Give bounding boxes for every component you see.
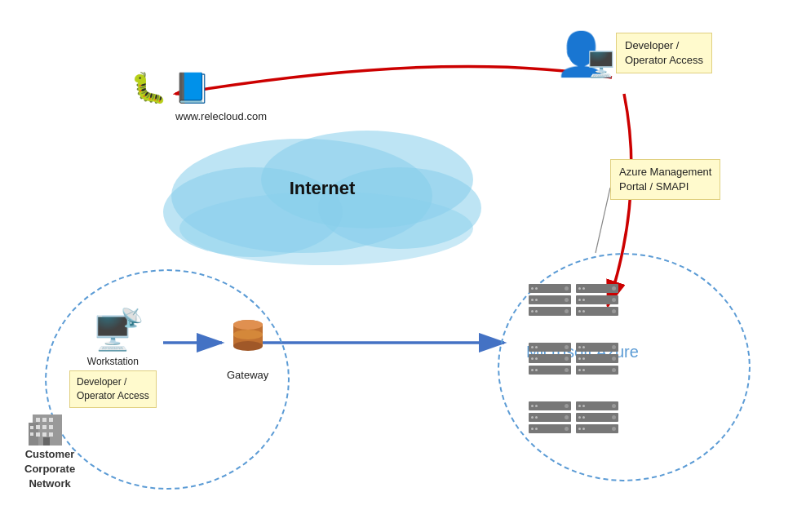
svg-point-14 xyxy=(233,330,263,339)
workstation-label: Workstation xyxy=(87,356,139,367)
svg-point-3 xyxy=(171,139,432,253)
svg-rect-22 xyxy=(42,425,46,429)
server-rack-group-1 xyxy=(529,284,618,316)
bug-book-icon: 🐛 📘 xyxy=(131,65,210,106)
workstation-area: 🖥️ 📡 Workstation Developer / Operator Ac… xyxy=(69,314,157,408)
svg-rect-24 xyxy=(36,432,40,437)
svg-rect-23 xyxy=(49,425,53,429)
svg-point-5 xyxy=(163,167,343,257)
relecloud-url-label: www.relecloud.com xyxy=(175,110,267,122)
dev-operator-top: 👤 🖥️ Developer / Operator Access xyxy=(555,33,712,75)
dev-operator-top-label: Developer / Operator Access xyxy=(616,33,712,73)
azure-mgmt-label: Azure Management Portal / SMAPI xyxy=(610,159,720,200)
svg-point-7 xyxy=(179,192,473,265)
svg-point-13 xyxy=(233,341,263,351)
svg-point-15 xyxy=(233,320,263,330)
svg-rect-18 xyxy=(36,418,40,422)
server-rack-group-2 xyxy=(529,343,618,375)
svg-rect-25 xyxy=(42,432,46,437)
svg-rect-19 xyxy=(42,418,46,422)
svg-rect-29 xyxy=(43,437,50,446)
gateway-area: Gateway xyxy=(227,318,268,381)
dev-operator-bottom-label: Developer / Operator Access xyxy=(69,370,157,408)
svg-rect-21 xyxy=(36,425,40,429)
server-rack-group-3 xyxy=(529,401,618,433)
gateway-icon xyxy=(230,318,266,367)
svg-line-10 xyxy=(596,188,610,253)
dev-person-icon: 👤 🖥️ xyxy=(555,33,608,75)
diagram: Internet 🐛 📘 www.relecloud.com 👤 🖥️ Deve… xyxy=(0,0,806,532)
internet-text: Internet xyxy=(290,178,356,198)
svg-point-4 xyxy=(261,131,473,228)
svg-rect-28 xyxy=(30,432,33,436)
customer-corp-label: Customer Corporate Network xyxy=(24,447,75,492)
gateway-label: Gateway xyxy=(227,369,268,381)
workstation-icon: 🖥️ 📡 xyxy=(92,314,133,352)
svg-point-6 xyxy=(318,167,481,249)
svg-rect-27 xyxy=(30,426,33,429)
svg-rect-26 xyxy=(49,432,53,437)
svg-rect-20 xyxy=(49,418,53,422)
